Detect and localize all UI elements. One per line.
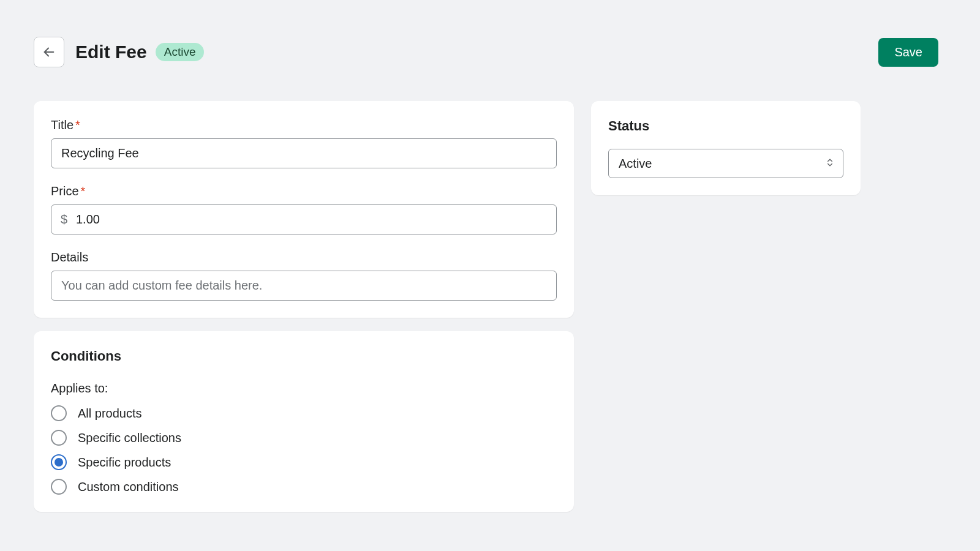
details-label: Details [51,250,557,264]
status-card: Status Active [591,101,861,195]
fee-details-card: Title* Price* $ Details [34,101,574,318]
status-title: Status [608,118,843,134]
radio-label: All products [78,407,142,421]
radio-icon [51,430,67,446]
back-button[interactable] [34,37,64,67]
radio-icon [51,454,67,470]
radio-specific-collections[interactable]: Specific collections [51,430,557,446]
price-label: Price* [51,184,557,198]
radio-label: Specific collections [78,431,181,445]
conditions-title: Conditions [51,348,557,364]
details-input[interactable] [51,271,557,301]
required-asterisk: * [75,118,80,132]
radio-label: Specific products [78,455,171,470]
applies-to-label: Applies to: [51,381,557,395]
title-label-text: Title [51,118,74,132]
conditions-card: Conditions Applies to: All products Spec… [34,331,574,512]
radio-all-products[interactable]: All products [51,405,557,421]
radio-custom-conditions[interactable]: Custom conditions [51,479,557,495]
radio-icon [51,479,67,495]
radio-icon [51,405,67,421]
required-asterisk: * [81,184,86,198]
arrow-left-icon [42,45,56,59]
status-select[interactable]: Active [608,149,843,178]
save-button[interactable]: Save [878,38,938,67]
title-label: Title* [51,118,557,132]
page-title: Edit Fee [75,42,147,62]
status-badge: Active [156,43,205,61]
price-label-text: Price [51,184,79,198]
applies-to-radio-group: All products Specific collections Specif… [51,405,557,495]
currency-symbol: $ [61,212,67,227]
page-header: Edit Fee Active Save [34,37,938,67]
radio-label: Custom conditions [78,480,179,494]
title-input[interactable] [51,138,557,168]
radio-specific-products[interactable]: Specific products [51,454,557,470]
price-input[interactable] [51,204,557,234]
